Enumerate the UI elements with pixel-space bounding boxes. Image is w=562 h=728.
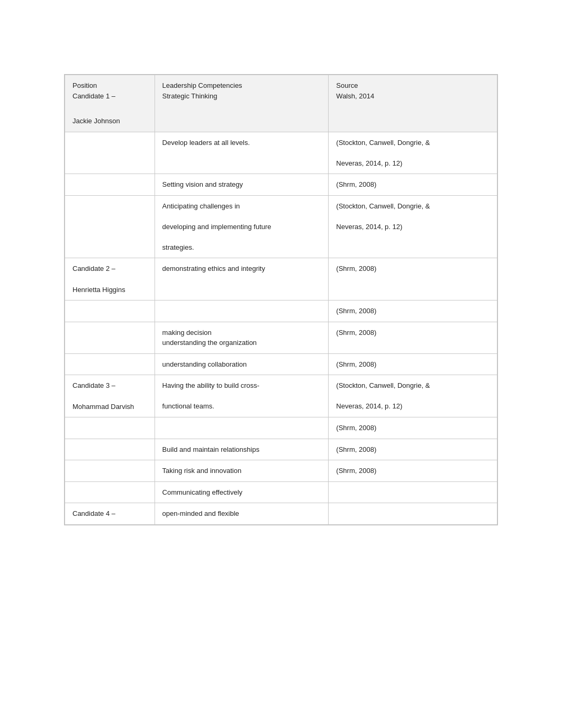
header-position-cell: Position Candidate 1 – Jackie Johnson [65, 75, 155, 132]
table-row: Communicating effectively [65, 481, 497, 503]
row-competency: Taking risk and innovation [155, 460, 329, 482]
source-text: (Shrm, 2008) [336, 179, 490, 190]
page-container: Position Candidate 1 – Jackie Johnson Le… [0, 0, 562, 568]
row-source: (Stockton, Canwell, Dongrie, &Neveras, 2… [329, 375, 497, 417]
competency-text: Develop leaders at all levels. [162, 138, 321, 148]
candidate-label: Candidate 2 – [72, 263, 147, 274]
table-row: (Shrm, 2008) [65, 417, 497, 439]
competency-text: demonstrating ethics and integrity [162, 263, 321, 274]
row-source: (Shrm, 2008) [329, 439, 497, 460]
source-text: (Shrm, 2008) [336, 423, 490, 433]
table-row: Taking risk and innovation (Shrm, 2008) [65, 460, 497, 482]
row-source: (Shrm, 2008) [329, 460, 497, 482]
row-position [65, 174, 155, 196]
source-text: (Shrm, 2008) [336, 466, 490, 476]
table-row: (Shrm, 2008) [65, 301, 497, 322]
table-row: Candidate 2 – Henrietta Higgins demonstr… [65, 258, 497, 301]
candidate-label: Candidate 4 – [72, 508, 147, 519]
source-text: (Stockton, Canwell, Dongrie, &Neveras, 2… [336, 138, 490, 169]
source-text: (Shrm, 2008) [336, 444, 490, 455]
row-position: Candidate 2 – Henrietta Higgins [65, 258, 155, 301]
table-row: Setting vision and strategy (Shrm, 2008) [65, 174, 497, 196]
row-position [65, 439, 155, 460]
row-competency: Develop leaders at all levels. [155, 132, 329, 174]
row-source: (Stockton, Canwell, Dongrie, &Neveras, 2… [329, 132, 497, 174]
row-position [65, 353, 155, 375]
row-competency: demonstrating ethics and integrity [155, 258, 329, 301]
row-source: (Shrm, 2008) [329, 322, 497, 353]
competency-text: understanding collaboration [162, 359, 321, 370]
source-text: (Shrm, 2008) [336, 327, 490, 338]
competency-text: Communicating effectively [162, 487, 321, 498]
row-competency: Build and maintain relationships [155, 439, 329, 460]
row-position [65, 132, 155, 174]
row-competency: Anticipating challenges indeveloping and… [155, 195, 329, 258]
competency-text: making decisionunderstanding the organiz… [162, 327, 321, 348]
candidate-name: Henrietta Higgins [72, 285, 147, 295]
row-source: (Stockton, Canwell, Dongrie, &Neveras, 2… [329, 195, 497, 258]
table-row: making decisionunderstanding the organiz… [65, 322, 497, 353]
row-competency: Setting vision and strategy [155, 174, 329, 196]
row-position [65, 322, 155, 353]
competency-text: Taking risk and innovation [162, 466, 321, 476]
row-competency: Communicating effectively [155, 481, 329, 503]
table-row: Candidate 4 – open-minded and flexible [65, 503, 497, 525]
source-text: (Shrm, 2008) [336, 359, 490, 370]
row-competency: understanding collaboration [155, 353, 329, 375]
row-position [65, 301, 155, 322]
header-position-sub: Candidate 1 – [72, 91, 147, 102]
main-table: Position Candidate 1 – Jackie Johnson Le… [65, 75, 497, 525]
source-text: (Shrm, 2008) [336, 306, 490, 316]
row-position: Candidate 3 – Mohammad Darvish [65, 375, 155, 417]
header-source-sub: Walsh, 2014 [336, 91, 490, 102]
header-position-label: Position [72, 80, 147, 91]
header-competency-sub: Strategic Thinking [162, 91, 321, 102]
table-row: Build and maintain relationships (Shrm, … [65, 439, 497, 460]
header-competency-label: Leadership Competencies [162, 80, 321, 91]
row-competency: open-minded and flexible [155, 503, 329, 525]
row-competency: making decisionunderstanding the organiz… [155, 322, 329, 353]
row-source: (Shrm, 2008) [329, 301, 497, 322]
header-row: Position Candidate 1 – Jackie Johnson Le… [65, 75, 497, 132]
candidate-name: Mohammad Darvish [72, 402, 147, 412]
table-row: Candidate 3 – Mohammad Darvish Having th… [65, 375, 497, 417]
row-source: (Shrm, 2008) [329, 417, 497, 439]
row-position [65, 195, 155, 258]
competency-text: Having the ability to build cross-functi… [162, 380, 321, 412]
row-competency: Having the ability to build cross-functi… [155, 375, 329, 417]
row-source [329, 503, 497, 525]
header-position-name: Jackie Johnson [72, 116, 147, 126]
row-position [65, 417, 155, 439]
row-source: (Shrm, 2008) [329, 174, 497, 196]
row-source: (Shrm, 2008) [329, 353, 497, 375]
candidate-label: Candidate 3 – [72, 380, 147, 391]
header-competency-cell: Leadership Competencies Strategic Thinki… [155, 75, 329, 132]
header-source-cell: Source Walsh, 2014 [329, 75, 497, 132]
source-text: (Stockton, Canwell, Dongrie, &Neveras, 2… [336, 380, 490, 412]
row-position: Candidate 4 – [65, 503, 155, 525]
row-competency [155, 417, 329, 439]
source-text: (Shrm, 2008) [336, 263, 490, 274]
competency-text: open-minded and flexible [162, 508, 321, 519]
row-competency [155, 301, 329, 322]
table-row: Develop leaders at all levels. (Stockton… [65, 132, 497, 174]
row-source: (Shrm, 2008) [329, 258, 497, 301]
competency-text: Setting vision and strategy [162, 179, 321, 190]
source-text: (Stockton, Canwell, Dongrie, &Neveras, 2… [336, 201, 490, 232]
competency-text: Anticipating challenges indeveloping and… [162, 201, 321, 253]
row-source [329, 481, 497, 503]
header-source-label: Source [336, 80, 490, 91]
row-position [65, 460, 155, 482]
row-position [65, 481, 155, 503]
table-row: understanding collaboration (Shrm, 2008) [65, 353, 497, 375]
competency-text: Build and maintain relationships [162, 444, 321, 455]
table-row: Anticipating challenges indeveloping and… [65, 195, 497, 258]
table-wrapper: Position Candidate 1 – Jackie Johnson Le… [64, 74, 498, 525]
